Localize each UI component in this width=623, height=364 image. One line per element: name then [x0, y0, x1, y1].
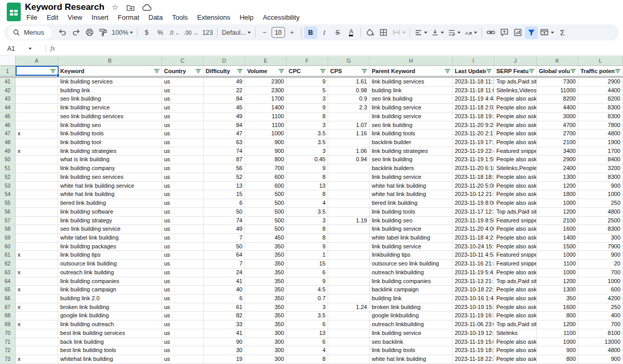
cell-updated[interactable]: 2023-11-20 9:23	[453, 121, 494, 130]
cell-volume[interactable]: 900	[245, 138, 287, 147]
menus-search[interactable]: Menus	[8, 26, 51, 39]
cell-parent[interactable]: white hat link building	[370, 190, 453, 199]
cell-difficulty[interactable]: 50	[204, 208, 245, 217]
cell-volume[interactable]: 1100	[245, 113, 287, 121]
cell-cps[interactable]	[328, 164, 370, 173]
cell-cps[interactable]	[328, 225, 370, 234]
cell-volume[interactable]: 300	[245, 346, 287, 355]
cell-country[interactable]: us	[162, 243, 204, 251]
cell-updated[interactable]: 2023-11-19 18:2	[453, 346, 494, 355]
cell-cps[interactable]	[328, 190, 370, 199]
cell-volume[interactable]: 350	[245, 312, 287, 320]
cell-keyword[interactable]: building link 2.0	[58, 295, 162, 303]
zoom-select[interactable]: 100%	[110, 26, 134, 39]
cell-updated[interactable]: 2023-11-19 4:43	[453, 95, 494, 104]
cell-updated[interactable]: 2023-11-18 19:2	[453, 113, 494, 121]
cell-country[interactable]: us	[162, 104, 204, 113]
cell-country[interactable]: us	[162, 173, 204, 182]
cell-serp[interactable]: People also ask,	[494, 138, 537, 147]
cell-parent[interactable]: link building seo	[370, 217, 453, 226]
cell-serp[interactable]: People also ask,	[494, 121, 537, 130]
cell-updated[interactable]: 2023-11-20 4:00	[453, 225, 494, 234]
cell-serp[interactable]: Featured snippet	[494, 260, 537, 269]
cell-cpc[interactable]: 3	[287, 303, 328, 312]
cell-mark[interactable]	[16, 190, 58, 199]
text-rotation-button[interactable]: A	[463, 26, 479, 39]
cell-updated[interactable]: 2023-10-24 15:5	[453, 243, 494, 251]
row-header-61[interactable]: 61	[0, 251, 16, 260]
header-cell-cpc[interactable]: CPC	[287, 66, 328, 76]
row-header-56[interactable]: 56	[0, 208, 16, 217]
cell-difficulty[interactable]: 74	[204, 217, 245, 226]
cell-keyword[interactable]: link building companies	[58, 277, 162, 286]
redo-button[interactable]	[70, 26, 83, 39]
cell-parent[interactable]: outsource seo link building	[370, 260, 453, 269]
cell-parent[interactable]: broken link building	[370, 303, 453, 312]
cell-volume[interactable]: 300	[245, 329, 287, 338]
cell-difficulty[interactable]: 84	[204, 95, 245, 104]
cell-cpc[interactable]: 0.45	[287, 156, 328, 164]
cell-difficulty[interactable]: 52	[204, 173, 245, 182]
cell-traffic_potential[interactable]: 20	[578, 260, 623, 269]
cell-mark[interactable]	[16, 199, 58, 208]
cell-cpc[interactable]: 3.5	[287, 130, 328, 138]
cell-difficulty[interactable]: 63	[204, 138, 245, 147]
cell-country[interactable]: us	[162, 95, 204, 104]
cell-parent[interactable]: link building tools	[370, 208, 453, 217]
row-header-46[interactable]: 46	[0, 121, 16, 130]
cell-cpc[interactable]: 9	[287, 243, 328, 251]
cell-updated[interactable]: 2023-11-19 8:56	[453, 217, 494, 226]
filter-icon[interactable]	[615, 68, 621, 74]
decrease-font-size-button[interactable]: −	[258, 26, 271, 39]
header-cell-country[interactable]: Country	[162, 66, 204, 76]
cell-global_volume[interactable]: 4700	[537, 121, 578, 130]
cell-cps[interactable]: 1.16	[328, 130, 370, 138]
cell-parent[interactable]: building link	[370, 295, 453, 303]
functions-button[interactable]: Σ	[556, 26, 569, 39]
row-header-57[interactable]: 57	[0, 217, 16, 226]
cell-cps[interactable]	[328, 234, 370, 243]
menu-accessibility[interactable]: Accessibility	[258, 12, 304, 22]
cell-mark[interactable]	[16, 87, 58, 95]
cell-cps[interactable]	[328, 277, 370, 286]
menu-file[interactable]: File	[22, 12, 42, 22]
cell-cpc[interactable]: 6	[287, 338, 328, 347]
star-icon[interactable]: ☆	[112, 3, 118, 12]
cell-global_volume[interactable]: 7300	[537, 78, 578, 87]
sheets-logo-icon[interactable]	[7, 3, 21, 21]
cell-serp[interactable]: Top ads,Paid site	[494, 208, 537, 217]
cell-global_volume[interactable]: 1100	[537, 329, 578, 338]
cell-serp[interactable]: People also ask,	[494, 130, 537, 138]
cell-parent[interactable]: link building services	[370, 78, 453, 87]
cell-serp[interactable]: Top ads,Paid site	[494, 277, 537, 286]
number-format-button[interactable]: 123	[200, 26, 214, 39]
cell-parent[interactable]: backlink campaign	[370, 286, 453, 295]
cell-global_volume[interactable]: 2100	[537, 138, 578, 147]
cell-keyword[interactable]: white label link building	[58, 234, 162, 243]
fill-color-button[interactable]	[363, 26, 376, 39]
cell-cps[interactable]	[328, 355, 370, 364]
cell-cpc[interactable]: 1	[287, 251, 328, 260]
row-header-44[interactable]: 44	[0, 104, 16, 113]
cell-cpc[interactable]: 8	[287, 225, 328, 234]
cell-serp[interactable]: People also ask	[494, 295, 537, 303]
cell-difficulty[interactable]: 24	[204, 269, 245, 277]
cell-difficulty[interactable]: 6	[204, 295, 245, 303]
cell-global_volume[interactable]: 1200	[537, 320, 578, 329]
cell-updated[interactable]: 2023-11-19 16:2	[453, 312, 494, 320]
menu-data[interactable]: Data	[144, 12, 167, 22]
column-header-F[interactable]: F	[287, 56, 328, 65]
cell-keyword[interactable]: link building packages	[58, 243, 162, 251]
cell-parent[interactable]: white hat link building	[370, 182, 453, 191]
cell-traffic_potential[interactable]: 2900	[578, 78, 623, 87]
cell-parent[interactable]: seo link building	[370, 121, 453, 130]
cell-country[interactable]: us	[162, 338, 204, 347]
cell-volume[interactable]: 450	[245, 234, 287, 243]
cell-global_volume[interactable]: 1400	[537, 234, 578, 243]
column-header-G[interactable]: G	[328, 56, 370, 65]
cell-global_volume[interactable]: 3000	[537, 113, 578, 121]
column-header-B[interactable]: B	[58, 56, 162, 65]
row-header-65[interactable]: 65	[0, 286, 16, 295]
cell-country[interactable]: us	[162, 346, 204, 355]
cell-traffic_potential[interactable]: 8300	[578, 104, 623, 113]
